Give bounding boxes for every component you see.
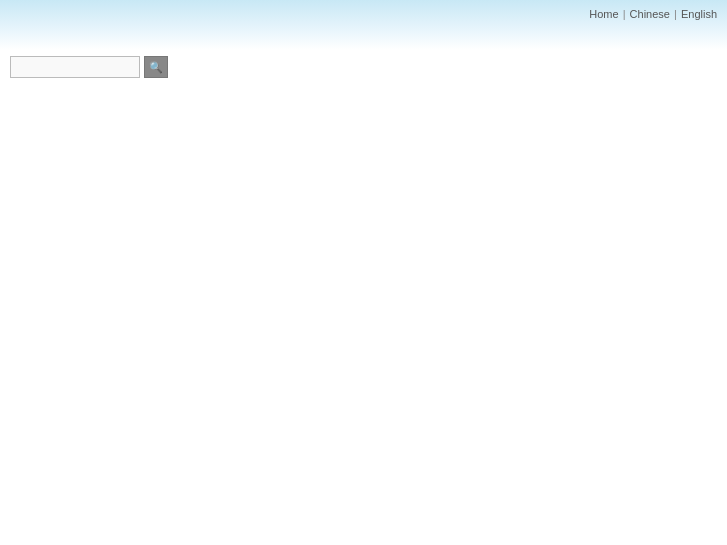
mid-content-area <box>0 84 727 284</box>
products-panel: › 产品展示 Products MORE BaoFu <box>417 284 727 545</box>
search-icon: 🔍 <box>149 61 163 74</box>
main-content: MORE <box>0 284 727 545</box>
header-banner: Home | Chinese | English <box>0 0 727 50</box>
nav-home-link[interactable]: Home <box>589 8 618 20</box>
search-input[interactable] <box>10 56 140 78</box>
nav-chinese-link[interactable]: Chinese <box>630 8 670 20</box>
top-navigation: Home | Chinese | English <box>589 8 717 20</box>
center-panel: — · · · <box>185 284 417 545</box>
nav-separator-1: | <box>623 8 626 20</box>
left-panel: MORE <box>0 284 185 545</box>
nav-separator-2: | <box>674 8 677 20</box>
nav-english-link[interactable]: English <box>681 8 717 20</box>
search-bar: 🔍 <box>0 50 727 84</box>
search-button[interactable]: 🔍 <box>144 56 168 78</box>
